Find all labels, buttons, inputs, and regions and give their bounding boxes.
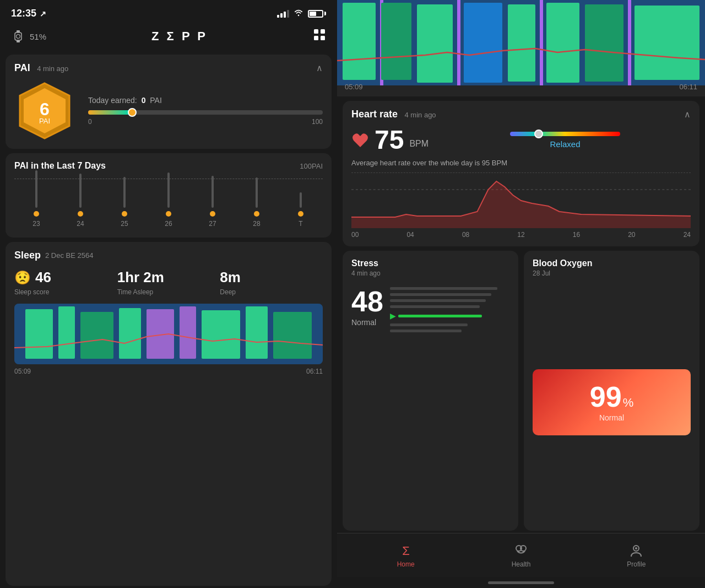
- svg-text:PAI: PAI: [39, 117, 50, 125]
- heart-label-16: 16: [573, 231, 580, 239]
- heart-label-08: 08: [462, 231, 469, 239]
- heart-slider-area: Relaxed: [429, 132, 691, 149]
- heart-title-group: Heart rate 4 min ago: [351, 109, 436, 120]
- svg-rect-2: [17, 30, 20, 33]
- svg-rect-23: [343, 3, 376, 80]
- pai-target-label: 100PAI: [300, 162, 323, 170]
- pai-day-label-2: 25: [121, 220, 128, 228]
- pai-day-dot-4: [210, 211, 215, 217]
- heart-rate-section[interactable]: Heart rate 4 min ago ∧ 75 BPM Re: [343, 101, 699, 246]
- stress-subtitle: 4 min ago: [351, 269, 509, 277]
- top-sleep-chart: 05:09 06:11: [337, 0, 705, 96]
- heart-rate-main: 75 BPM Relaxed: [351, 127, 691, 153]
- sleep-section[interactable]: Sleep 2 Dec BE 2564 😟 46 Sleep score 1hr…: [6, 242, 332, 586]
- pai-day-bar-wrap-4: [191, 176, 235, 208]
- sleep-deep-value: 8m: [220, 269, 241, 286]
- pai-content: 6 PAI Today earned: 0 PAI 0: [14, 80, 323, 141]
- pai-day-label-4: 27: [209, 220, 216, 228]
- sleep-deep-value-group: 8m: [220, 269, 323, 286]
- blood-oxygen-section[interactable]: Blood Oxygen 28 Jul 99 % Normal: [524, 251, 699, 531]
- sleep-score-number: 46: [35, 269, 51, 286]
- pai-day-dot-0: [34, 211, 39, 217]
- sleep-time-labels: 05:09 06:11: [14, 368, 323, 375]
- battery-fill: [310, 12, 316, 16]
- sleep-deep-label: Deep: [220, 288, 323, 296]
- svg-rect-33: [628, 0, 631, 85]
- heart-label-24: 24: [684, 231, 691, 239]
- pai-bar-max: 100: [312, 118, 323, 126]
- svg-rect-3: [17, 40, 20, 42]
- pai-section[interactable]: PAI 4 min ago ∧ 6 PAI Today earned: 0: [6, 55, 332, 149]
- pai-days-title: PAI in the Last 7 Days: [14, 161, 106, 171]
- pai-day-bar-1: [79, 174, 82, 208]
- right-panel: 05:09 06:11 Heart rate 4 min ago ∧ 75: [337, 0, 705, 588]
- nav-item-profile[interactable]: Profile: [579, 543, 694, 568]
- sleep-title: Sleep: [14, 250, 41, 261]
- sleep-chart: [14, 304, 323, 364]
- top-chart-end-label: 06:11: [679, 83, 697, 91]
- svg-rect-25: [381, 3, 411, 80]
- blood-oxygen-value-group: 99 %: [590, 382, 633, 411]
- pai-days-section[interactable]: PAI in the Last 7 Days 100PAI 23: [6, 153, 332, 238]
- health-nav-icon: [513, 543, 529, 558]
- svg-rect-34: [634, 6, 699, 80]
- pai-day-dot-5: [254, 211, 259, 217]
- stress-bar-line-7: [390, 330, 462, 332]
- sleep-time-start: 05:09: [14, 368, 31, 375]
- blood-oxygen-title: Blood Oxygen: [533, 258, 691, 268]
- stress-bar-line-6: [390, 323, 468, 326]
- pai-day-dot-3: [166, 211, 171, 217]
- blood-oxygen-value: 99: [590, 382, 622, 411]
- signal-bars: [277, 10, 289, 18]
- grid-icon[interactable]: [313, 28, 326, 45]
- pai-day-bar-wrap-5: [235, 177, 279, 208]
- stress-section[interactable]: Stress 4 min ago 48 Normal: [343, 251, 518, 531]
- pai-day-col-1: 24: [58, 174, 102, 228]
- status-bar: 12:35 ↗: [0, 0, 337, 24]
- pai-day-dot-6: [298, 211, 303, 217]
- pai-day-bar-wrap-0: [14, 170, 58, 208]
- stress-bar-line-2: [390, 293, 492, 296]
- top-sleep-chart-svg: [337, 0, 705, 85]
- pai-day-col-4: 27: [191, 176, 235, 228]
- svg-rect-30: [540, 0, 543, 85]
- heart-label-00: 00: [351, 231, 359, 239]
- svg-rect-0: [15, 33, 21, 40]
- zepp-logo: Z Σ P P: [151, 29, 208, 44]
- nav-item-home[interactable]: Σ Home: [348, 543, 463, 568]
- watch-badge: 51%: [11, 29, 46, 44]
- stress-content: 48 Normal ▶: [351, 283, 509, 332]
- pai-chart-area: 23 24 25: [14, 179, 323, 230]
- blood-oxygen-subtitle: 28 Jul: [533, 269, 691, 277]
- pai-day-col-0: 23: [14, 170, 58, 228]
- battery-percent-label: 51%: [30, 32, 46, 41]
- signal-bar-3: [284, 12, 286, 18]
- sleep-deep-stat: 8m Deep: [220, 269, 323, 296]
- profile-nav-label: Profile: [627, 560, 646, 568]
- stress-status-label: Normal: [351, 318, 383, 327]
- sleep-header: Sleep 2 Dec BE 2564: [14, 250, 323, 261]
- stress-title: Stress: [351, 258, 509, 268]
- pai-bar-labels: 0 100: [88, 118, 323, 126]
- blood-oxygen-status-label: Normal: [599, 413, 624, 422]
- home-nav-label: Home: [397, 560, 415, 568]
- pai-earned-unit: PAI: [150, 96, 162, 105]
- pai-day-label-6: T: [299, 220, 302, 228]
- sleep-emoji-icon: 😟: [14, 270, 31, 285]
- heart-rate-chevron-icon: ∧: [684, 109, 691, 120]
- heart-slider-thumb: [534, 130, 543, 138]
- profile-nav-icon: [628, 543, 644, 558]
- stress-current-bar: [398, 315, 482, 317]
- stress-bar-line-4: [390, 305, 480, 308]
- svg-rect-20: [246, 306, 268, 359]
- pai-bars: 23 24 25: [14, 180, 323, 230]
- heart-rate-header: Heart rate 4 min ago ∧: [351, 109, 691, 120]
- svg-rect-27: [457, 0, 460, 85]
- pai-day-bar-6: [300, 192, 302, 208]
- pai-earned-label: Today earned: 0 PAI: [88, 96, 323, 105]
- pai-bar-thumb: [128, 108, 137, 117]
- nav-item-health[interactable]: Health: [463, 543, 578, 568]
- heart-bpm-unit: BPM: [409, 139, 429, 149]
- sleep-time-value: 1hr 2m: [117, 269, 164, 286]
- stress-arrow-icon: ▶: [390, 311, 396, 320]
